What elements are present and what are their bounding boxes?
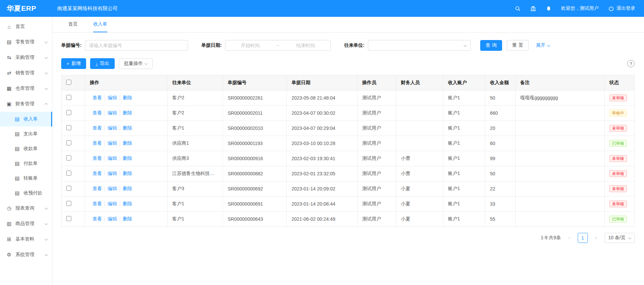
edit-link[interactable]: 编辑 [105,201,120,207]
sidebar-item-retail[interactable]: ▤ 零售管理 [0,34,52,50]
cell-operator: 测试用户 [357,106,396,121]
cell-income-account: 账户1 [443,91,485,106]
cell-finance-staff [396,106,443,121]
delete-link[interactable]: 删除 [120,155,135,162]
view-link[interactable]: 查看 [90,140,105,146]
welcome-text: 欢迎您，测试用户 [561,5,599,11]
batch-operations-button[interactable]: 批量操作 [119,58,153,69]
edit-link[interactable]: 编辑 [105,95,120,101]
delete-link[interactable]: 删除 [120,171,135,177]
document-icon: ▤ [14,175,20,181]
col-status: 状态 [605,75,635,91]
row-select-cell [62,197,85,212]
sidebar-item-warehouse[interactable]: ▦ 仓库管理 [0,81,52,96]
edit-link[interactable]: 编辑 [105,140,120,146]
edit-link[interactable]: 编辑 [105,110,120,116]
cell-remark [516,181,605,197]
bank-icon[interactable] [530,5,536,11]
current-page[interactable]: 1 [578,233,588,243]
view-link[interactable]: 查看 [90,155,105,162]
date-start-input[interactable] [225,40,275,50]
row-checkbox[interactable] [66,171,71,176]
sidebar-item-system[interactable]: ⚙ 系统管理 [0,247,52,262]
row-checkbox[interactable] [66,155,71,161]
view-link[interactable]: 查看 [90,186,105,192]
date-range-picker[interactable]: ~ [225,40,331,51]
header-actions: 欢迎您，测试用户 退出登录 [515,5,644,11]
view-link[interactable]: 查看 [90,110,105,116]
search-icon[interactable] [515,5,521,11]
row-checkbox[interactable] [66,140,71,145]
row-checkbox[interactable] [66,216,71,221]
sidebar-item-basic-data[interactable]: ⊞ 基本资料 [0,231,52,247]
delete-link[interactable]: 删除 [120,125,135,131]
edit-link[interactable]: 编辑 [105,125,120,131]
sidebar-item-prepayment[interactable]: ▤ 收预付款 [0,186,52,201]
reset-button[interactable]: 重置 [507,40,529,51]
cell-status: 未审核 [605,91,635,106]
next-page-button[interactable]: › [591,233,601,243]
sidebar-item-payment-order[interactable]: ▤ 付款单 [0,156,52,171]
view-link[interactable]: 查看 [90,125,105,131]
partner-select[interactable] [368,40,471,51]
sidebar-item-reports[interactable]: ◷ 报表查询 [0,201,52,216]
prev-page-button[interactable]: ‹ [564,233,574,243]
delete-link[interactable]: 删除 [120,216,135,222]
sidebar-item-income-order[interactable]: ▤ 收入单 [0,112,52,127]
select-all-cell [62,75,85,91]
export-button[interactable]: ↓ 导出 [90,58,115,69]
view-link[interactable]: 查看 [90,95,105,101]
select-all-checkbox[interactable] [66,80,71,85]
cell-finance-staff: 小夏 [396,181,443,197]
delete-link[interactable]: 删除 [120,186,135,192]
sidebar-item-goods[interactable]: ▥ 商品管理 [0,216,52,231]
row-select-cell [62,166,85,181]
row-operations: 查看编辑删除 [85,136,167,151]
sidebar-item-finance[interactable]: ▣ 财务管理 [0,96,52,112]
row-checkbox[interactable] [66,110,71,115]
search-button[interactable]: 查询 [480,40,502,51]
sidebar-item-expense-order[interactable]: ▤ 支出单 [0,127,52,141]
row-checkbox[interactable] [66,95,71,100]
delete-link[interactable]: 删除 [120,95,135,101]
cell-remark [516,212,605,227]
chevron-down-icon [45,56,48,59]
sidebar-item-purchase[interactable]: ⇆ 采购管理 [0,50,52,65]
main-content: 首页 收入单 单据编号: 单据日期: ~ 往来单位: 查询 重置 展开 [53,17,644,285]
bill-no-input[interactable] [85,40,188,51]
edit-link[interactable]: 编辑 [105,155,120,162]
cell-income-account: 账户1 [443,181,485,197]
cell-income-amount: 50 [485,166,516,181]
chevron-up-icon [45,103,48,106]
bell-icon[interactable] [545,5,552,11]
delete-link[interactable]: 删除 [120,140,135,146]
tab-income-order[interactable]: 收入单 [93,17,107,32]
sidebar-item-home[interactable]: ⌂ 首页 [0,19,52,34]
tab-home[interactable]: 首页 [68,17,78,32]
row-checkbox[interactable] [66,186,71,191]
partner-label: 往来单位: [344,42,365,48]
add-button[interactable]: + 新增 [61,58,86,69]
table-row: 查看编辑删除 客户1 SR00000002010 2023-04-07 00:2… [62,121,635,136]
status-badge: 已审核 [609,140,627,147]
view-link[interactable]: 查看 [90,171,105,177]
delete-link[interactable]: 删除 [120,110,135,116]
expand-link[interactable]: 展开 [536,42,550,48]
sidebar-item-transfer-order[interactable]: ▤ 转账单 [0,171,52,186]
edit-link[interactable]: 编辑 [105,186,120,192]
view-link[interactable]: 查看 [90,201,105,207]
edit-link[interactable]: 编辑 [105,171,120,177]
edit-link[interactable]: 编辑 [105,216,120,222]
view-link[interactable]: 查看 [90,216,105,222]
help-icon[interactable]: ? [627,60,635,67]
delete-link[interactable]: 删除 [120,201,135,207]
row-checkbox[interactable] [66,125,71,130]
logout-button[interactable]: 退出登录 [608,5,635,11]
table-header-row: 操作 往来单位 单据编号 单据日期 操作员 财务人员 收入账户 收入金额 备注 … [62,75,635,91]
page-size-select[interactable]: 10 条/页 [605,233,635,243]
sidebar-item-sales[interactable]: ⇄ 销售管理 [0,65,52,81]
row-checkbox[interactable] [66,201,71,206]
sidebar-item-receipt-order[interactable]: ▤ 收款单 [0,141,52,156]
date-end-input[interactable] [280,40,330,50]
table-row: 查看编辑删除 客户1 SR00000000643 2021-06-02 00:2… [62,212,635,227]
